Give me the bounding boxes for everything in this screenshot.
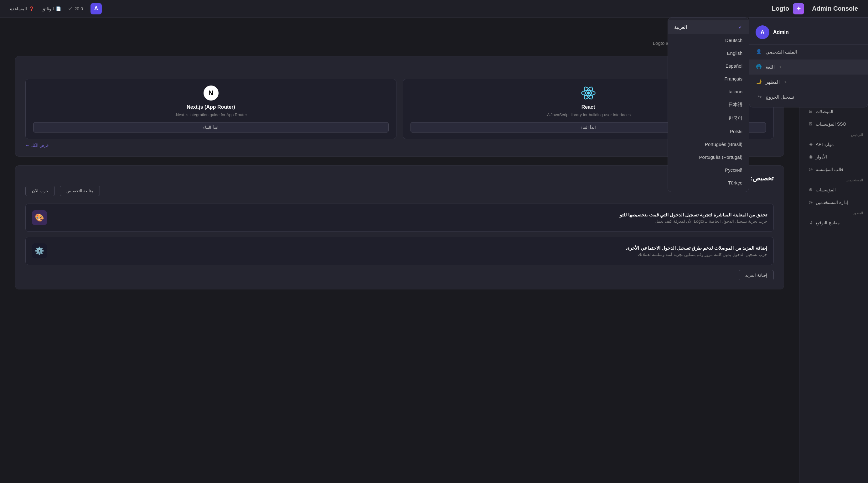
connector-title-preview: تحقق من المعاينة المباشرة لتجربة تسجيل ا… [620, 212, 767, 218]
next-icon: N [204, 86, 219, 100]
connector-desc-preview: جرب تجربة تسجيل الدخول الخاصة بـ Logto ا… [620, 219, 767, 224]
roles-label: الأدوار [816, 154, 827, 159]
connector-info-preview: تحقق من المعاينة المباشرة لتجربة تسجيل ا… [620, 212, 767, 224]
lang-option-ru[interactable]: Русский [668, 163, 749, 176]
connectors-label: الموصلات [816, 109, 833, 114]
lang-option-de[interactable]: Deutsch [668, 34, 749, 47]
arrow-left-icon: ＜ [778, 64, 783, 70]
lang-option-it[interactable]: Italiano [668, 85, 749, 98]
lang-option-pt-br[interactable]: Português (Brasil) [668, 138, 749, 151]
user-management-icon: ◷ [807, 200, 813, 205]
sso-icon: ⊠ [807, 121, 813, 127]
menu-item-language[interactable]: ＜ اللغة 🌐 [749, 60, 868, 74]
roles-icon: ◉ [807, 154, 813, 160]
logto-label: Logto [772, 5, 789, 12]
topbar-brand: Admin Console ✦ Logto [772, 3, 858, 14]
language-submenu: ✓ العربية Deutsch English Español França… [668, 18, 749, 192]
next-framework-name: Next.js (App Router) [33, 104, 389, 110]
menu-item-profile[interactable]: الملف الشخصي 👤 [749, 44, 868, 60]
check-icon: ✓ [738, 24, 742, 30]
lang-label-pt-br: Português (Brasil) [705, 142, 742, 147]
theme-label: المظهر [766, 79, 780, 85]
lang-option-ar[interactable]: ✓ العربية [668, 20, 749, 34]
user-management-label: إدارة المستخدمين [816, 200, 848, 205]
lang-option-pt-pt[interactable]: Português (Portugal) [668, 151, 749, 163]
menu-item-theme[interactable]: ＜ المظهر 🌙 [749, 74, 868, 90]
lang-label-pt-pt: Português (Portugal) [699, 154, 742, 160]
user-menu: Admin A الملف الشخصي 👤 ＜ اللغة 🌐 ＜ المظه… [749, 18, 868, 108]
react-icon [581, 86, 596, 100]
api-icon: ◈ [807, 142, 813, 147]
lang-label-fr: Français [724, 76, 742, 82]
lang-label-de: Deutsch [725, 38, 742, 43]
lang-label-en: English [727, 51, 742, 56]
admin-console-label: Admin Console [812, 5, 858, 12]
language-label: اللغة [766, 64, 775, 70]
lang-label-es: Español [725, 63, 742, 69]
lang-label-pl: Polski [730, 129, 742, 134]
customize-actions: متابعة التخصيص جرب الآن [25, 186, 774, 196]
user-menu-header: Admin A [749, 23, 868, 44]
try-now-button[interactable]: جرب الآن [25, 186, 55, 196]
sidebar-item-organizations[interactable]: المؤسسات ⊕ [802, 184, 866, 196]
lang-option-fr[interactable]: Français [668, 72, 749, 85]
sidebar-item-sso[interactable]: SSO المؤسسات ⊠ [802, 118, 866, 130]
lang-option-en[interactable]: English [668, 47, 749, 60]
customize-section-title: تخصيص: قدم تجربة تسجيل دخول رائعة [25, 175, 774, 182]
frameworks-grid: React A JavaScript library for building … [25, 79, 774, 139]
customize-button[interactable]: متابعة التخصيص [60, 186, 100, 196]
organizations-label: المؤسسات [816, 187, 836, 192]
version-badge: v1.20.0 [69, 6, 83, 11]
connector-icon-social: ⚙️ [32, 243, 47, 259]
sidebar-item-roles[interactable]: الأدوار ◉ [802, 151, 866, 163]
connector-info-social: إضافة المزيد من الموصلات لدعم طرق تسجيل … [626, 245, 767, 257]
lang-label-ja: 日本語 [728, 102, 742, 108]
topbar-right: Admin Console ✦ Logto [772, 3, 858, 14]
docs-icon: 📄 [56, 6, 61, 11]
next-cta-button[interactable]: ابدأ البناء [33, 122, 389, 132]
lang-option-ko[interactable]: 한국어 [668, 112, 749, 125]
menu-item-signout[interactable]: تسجيل الخروج ↪ [749, 90, 868, 104]
docs-link[interactable]: 📄 الوثائق [42, 6, 61, 11]
lang-option-ja[interactable]: 日本語 [668, 98, 749, 112]
sidebar-section-users: المستخدمين [799, 176, 868, 184]
arrow-left-icon-2: ＜ [783, 79, 788, 85]
dev-section-title: التطوير: قم بدمج تطبيقك في 5 دقائق [25, 65, 774, 73]
lang-option-pl[interactable]: Polski [668, 125, 749, 138]
sidebar-item-user-management[interactable]: إدارة المستخدمين ◷ [802, 197, 866, 208]
topbar-divider [808, 4, 808, 13]
help-link[interactable]: ❓ المساعدة [10, 6, 34, 11]
topbar-left: A v1.20.0 📄 الوثائق ❓ المساعدة [10, 3, 102, 14]
org-template-label: قالب المؤسسة [816, 167, 843, 172]
sidebar-item-api-resources[interactable]: موارد API ◈ [802, 139, 866, 150]
lang-option-tr[interactable]: Türkçe [668, 176, 749, 189]
connector-item-social: إضافة المزيد من الموصلات لدعم طرق تسجيل … [25, 237, 774, 265]
lang-option-es[interactable]: Español [668, 60, 749, 72]
sidebar-section-authz: الترخيص [799, 130, 868, 138]
topbar-logo: A [91, 3, 102, 14]
connector-item-preview: تحقق من المعاينة المباشرة لتجربة تسجيل ا… [25, 204, 774, 232]
logto-icon: ✦ [793, 3, 804, 14]
signing-keys-icon: ⚷ [807, 220, 813, 225]
theme-icon: 🌙 [755, 79, 762, 85]
user-avatar: A [755, 25, 769, 39]
connector-icon-preview: 🎨 [32, 210, 47, 225]
sidebar-item-org-template[interactable]: قالب المؤسسة ◎ [802, 163, 866, 175]
sidebar-section-dev: المطور [799, 209, 868, 216]
sidebar-item-signing-keys[interactable]: مفاتيح التوقيع ⚷ [802, 217, 866, 229]
connector-title-social: إضافة المزيد من الموصلات لدعم طرق تسجيل … [626, 245, 767, 251]
view-all-link[interactable]: عرض الكل ← [25, 143, 774, 148]
exit-icon: ↪ [755, 94, 762, 100]
api-resources-label: موارد API [816, 142, 834, 147]
lang-label-tr: Türkçe [728, 180, 742, 185]
lang-label-it: Italiano [727, 89, 742, 94]
add-more-button[interactable]: إضافة المزيد [739, 270, 774, 280]
connectors-icon: ⊟ [807, 109, 813, 114]
signing-keys-label: مفاتيح التوقيع [816, 220, 840, 225]
connector-desc-social: جرب تسجيل الدخول بدون كلمة مرور وقم بتمك… [626, 252, 767, 257]
person-icon: 👤 [755, 49, 762, 55]
org-template-icon: ◎ [807, 167, 813, 172]
signout-label: تسجيل الخروج [766, 94, 794, 100]
svg-point-0 [587, 91, 590, 95]
next-framework-desc: Next.js integration guide for App Router… [33, 113, 389, 117]
